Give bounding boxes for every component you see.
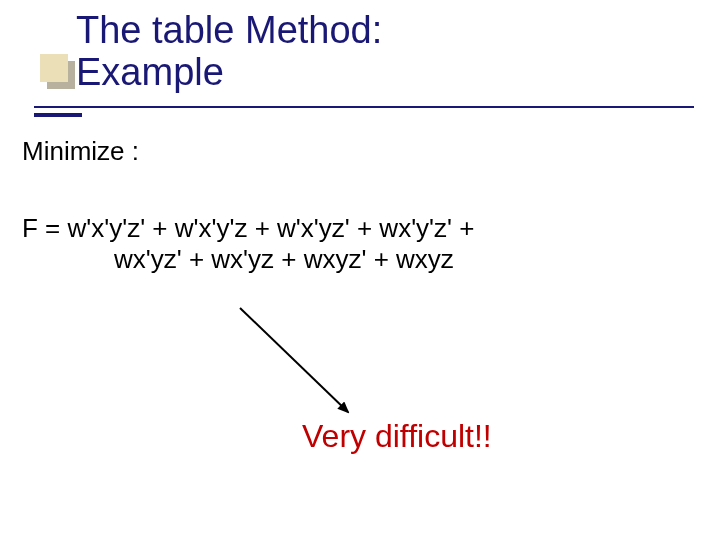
title-row: The table Method: Example: [40, 10, 382, 94]
arrow-icon: [230, 300, 380, 430]
formula-line-2: wx'yz' + wx'yz + wxyz' + wxyz: [114, 244, 680, 275]
formula-line-1: F = w'x'y'z' + w'x'y'z + w'x'yz' + wx'y'…: [22, 213, 680, 244]
slide: The table Method: Example Minimize : F =…: [0, 0, 720, 540]
bullet-front-box: [40, 54, 68, 82]
content-area: Minimize : F = w'x'y'z' + w'x'y'z + w'x'…: [22, 136, 680, 275]
title-line-2: Example: [76, 52, 382, 94]
slide-title: The table Method: Example: [76, 10, 382, 94]
title-line-1: The table Method:: [76, 10, 382, 52]
title-underline-icon: [34, 104, 694, 119]
minimize-label: Minimize :: [22, 136, 680, 167]
formula-block: F = w'x'y'z' + w'x'y'z + w'x'yz' + wx'y'…: [22, 213, 680, 275]
callout-text: Very difficult!!: [302, 418, 492, 455]
title-bullet-icon: [40, 54, 68, 82]
svg-line-3: [240, 308, 348, 412]
title-block: The table Method: Example: [40, 10, 382, 94]
